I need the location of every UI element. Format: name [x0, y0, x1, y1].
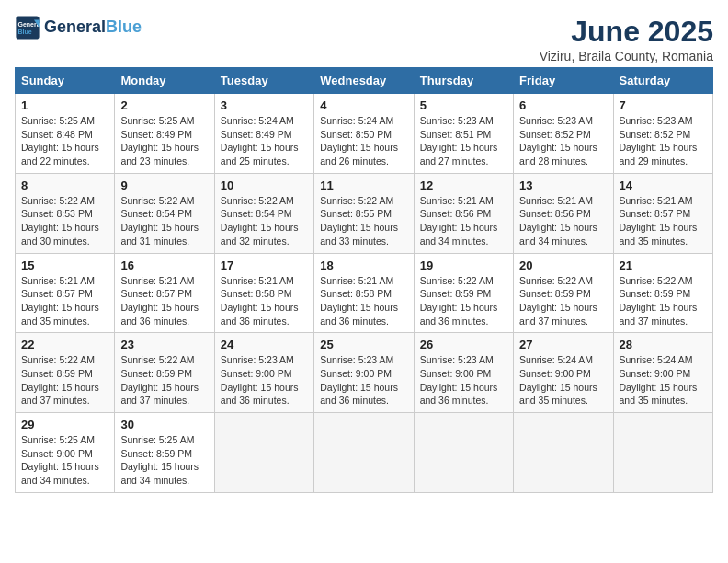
calendar-day-cell: 27Sunrise: 5:24 AM Sunset: 9:00 PM Dayli… [514, 333, 613, 413]
day-number: 11 [320, 178, 407, 192]
day-info: Sunrise: 5:22 AM Sunset: 8:53 PM Dayligh… [21, 194, 108, 248]
day-number: 13 [519, 178, 607, 192]
day-info: Sunrise: 5:23 AM Sunset: 9:00 PM Dayligh… [420, 353, 507, 408]
calendar-day-cell: 13Sunrise: 5:21 AM Sunset: 8:56 PM Dayli… [514, 173, 613, 253]
calendar-day-cell: 7Sunrise: 5:23 AM Sunset: 8:52 PM Daylig… [613, 94, 712, 174]
day-info: Sunrise: 5:21 AM Sunset: 8:57 PM Dayligh… [120, 274, 208, 328]
svg-text:Blue: Blue [18, 29, 32, 35]
calendar-day-cell: 12Sunrise: 5:21 AM Sunset: 8:56 PM Dayli… [414, 173, 513, 253]
calendar-day-cell: 15Sunrise: 5:21 AM Sunset: 8:57 PM Dayli… [16, 253, 115, 333]
empty-cell [414, 413, 513, 493]
day-info: Sunrise: 5:23 AM Sunset: 9:00 PM Dayligh… [221, 353, 308, 408]
title-area: June 2025 Viziru, Braila County, Romania [540, 15, 713, 63]
location-subtitle: Viziru, Braila County, Romania [540, 49, 713, 63]
day-number: 9 [120, 178, 208, 192]
day-info: Sunrise: 5:22 AM Sunset: 8:54 PM Dayligh… [120, 194, 208, 248]
day-info: Sunrise: 5:24 AM Sunset: 8:49 PM Dayligh… [221, 114, 308, 168]
day-info: Sunrise: 5:23 AM Sunset: 9:00 PM Dayligh… [320, 353, 407, 408]
calendar-week-row: 15Sunrise: 5:21 AM Sunset: 8:57 PM Dayli… [16, 253, 713, 333]
logo-area: General Blue GeneralBlue [15, 15, 142, 40]
day-number: 30 [120, 418, 208, 431]
weekday-header-wednesday: Wednesday [314, 68, 414, 94]
calendar-day-cell: 6Sunrise: 5:23 AM Sunset: 8:52 PM Daylig… [514, 94, 613, 174]
page-header: General Blue GeneralBlue June 2025 Vizir… [15, 15, 713, 63]
calendar-day-cell: 2Sunrise: 5:25 AM Sunset: 8:49 PM Daylig… [115, 94, 214, 174]
calendar-day-cell: 30Sunrise: 5:25 AM Sunset: 8:59 PM Dayli… [115, 413, 214, 493]
day-number: 25 [320, 338, 407, 351]
calendar-day-cell: 23Sunrise: 5:22 AM Sunset: 8:59 PM Dayli… [115, 333, 214, 413]
svg-rect-0 [16, 16, 39, 39]
day-info: Sunrise: 5:21 AM Sunset: 8:56 PM Dayligh… [420, 194, 507, 248]
day-number: 10 [221, 178, 308, 192]
empty-cell [613, 413, 712, 493]
day-number: 26 [420, 338, 507, 351]
day-number: 18 [320, 259, 407, 272]
day-number: 19 [420, 259, 507, 272]
day-info: Sunrise: 5:23 AM Sunset: 8:52 PM Dayligh… [620, 114, 707, 168]
day-number: 7 [620, 98, 707, 112]
day-info: Sunrise: 5:24 AM Sunset: 9:00 PM Dayligh… [620, 353, 707, 408]
day-number: 17 [221, 259, 308, 272]
calendar-day-cell: 4Sunrise: 5:24 AM Sunset: 8:50 PM Daylig… [314, 94, 414, 174]
day-info: Sunrise: 5:25 AM Sunset: 9:00 PM Dayligh… [21, 433, 108, 488]
day-number: 15 [21, 259, 108, 272]
day-number: 1 [21, 98, 108, 112]
day-info: Sunrise: 5:24 AM Sunset: 8:50 PM Dayligh… [320, 114, 407, 168]
empty-cell [214, 413, 313, 493]
calendar-table: SundayMondayTuesdayWednesdayThursdayFrid… [15, 67, 713, 493]
day-info: Sunrise: 5:22 AM Sunset: 8:59 PM Dayligh… [120, 353, 208, 408]
day-info: Sunrise: 5:24 AM Sunset: 9:00 PM Dayligh… [519, 353, 607, 408]
calendar-day-cell: 16Sunrise: 5:21 AM Sunset: 8:57 PM Dayli… [115, 253, 214, 333]
day-info: Sunrise: 5:21 AM Sunset: 8:57 PM Dayligh… [21, 274, 108, 328]
day-number: 5 [420, 98, 507, 112]
day-number: 3 [221, 98, 308, 112]
day-info: Sunrise: 5:21 AM Sunset: 8:57 PM Dayligh… [620, 194, 707, 248]
day-info: Sunrise: 5:21 AM Sunset: 8:58 PM Dayligh… [320, 274, 407, 328]
day-info: Sunrise: 5:23 AM Sunset: 8:51 PM Dayligh… [420, 114, 507, 168]
day-info: Sunrise: 5:21 AM Sunset: 8:58 PM Dayligh… [221, 274, 308, 328]
calendar-week-row: 29Sunrise: 5:25 AM Sunset: 9:00 PM Dayli… [16, 413, 713, 493]
day-number: 4 [320, 98, 407, 112]
day-info: Sunrise: 5:22 AM Sunset: 8:55 PM Dayligh… [320, 194, 407, 248]
day-info: Sunrise: 5:23 AM Sunset: 8:52 PM Dayligh… [519, 114, 607, 168]
calendar-week-row: 1Sunrise: 5:25 AM Sunset: 8:48 PM Daylig… [16, 94, 713, 174]
calendar-day-cell: 21Sunrise: 5:22 AM Sunset: 8:59 PM Dayli… [613, 253, 712, 333]
day-info: Sunrise: 5:21 AM Sunset: 8:56 PM Dayligh… [519, 194, 607, 248]
day-info: Sunrise: 5:22 AM Sunset: 8:59 PM Dayligh… [620, 274, 707, 328]
day-number: 20 [519, 259, 607, 272]
calendar-day-cell: 1Sunrise: 5:25 AM Sunset: 8:48 PM Daylig… [16, 94, 115, 174]
calendar-day-cell: 11Sunrise: 5:22 AM Sunset: 8:55 PM Dayli… [314, 173, 414, 253]
day-number: 14 [620, 178, 707, 192]
day-info: Sunrise: 5:22 AM Sunset: 8:59 PM Dayligh… [21, 353, 108, 408]
day-number: 21 [620, 259, 707, 272]
day-info: Sunrise: 5:22 AM Sunset: 8:59 PM Dayligh… [420, 274, 507, 328]
day-number: 12 [420, 178, 507, 192]
calendar-day-cell: 20Sunrise: 5:22 AM Sunset: 8:59 PM Dayli… [514, 253, 613, 333]
day-number: 28 [620, 338, 707, 351]
day-info: Sunrise: 5:25 AM Sunset: 8:49 PM Dayligh… [120, 114, 208, 168]
calendar-day-cell: 9Sunrise: 5:22 AM Sunset: 8:54 PM Daylig… [115, 173, 214, 253]
calendar-day-cell: 5Sunrise: 5:23 AM Sunset: 8:51 PM Daylig… [414, 94, 513, 174]
calendar-week-row: 22Sunrise: 5:22 AM Sunset: 8:59 PM Dayli… [16, 333, 713, 413]
calendar-week-row: 8Sunrise: 5:22 AM Sunset: 8:53 PM Daylig… [16, 173, 713, 253]
day-number: 2 [120, 98, 208, 112]
day-info: Sunrise: 5:25 AM Sunset: 8:48 PM Dayligh… [21, 114, 108, 168]
calendar-day-cell: 14Sunrise: 5:21 AM Sunset: 8:57 PM Dayli… [613, 173, 712, 253]
weekday-header-sunday: Sunday [16, 68, 115, 94]
weekday-header-friday: Friday [514, 68, 613, 94]
weekday-header-saturday: Saturday [613, 68, 712, 94]
calendar-day-cell: 22Sunrise: 5:22 AM Sunset: 8:59 PM Dayli… [16, 333, 115, 413]
calendar-day-cell: 8Sunrise: 5:22 AM Sunset: 8:53 PM Daylig… [16, 173, 115, 253]
calendar-day-cell: 18Sunrise: 5:21 AM Sunset: 8:58 PM Dayli… [314, 253, 414, 333]
calendar-day-cell: 17Sunrise: 5:21 AM Sunset: 8:58 PM Dayli… [214, 253, 313, 333]
calendar-day-cell: 19Sunrise: 5:22 AM Sunset: 8:59 PM Dayli… [414, 253, 513, 333]
empty-cell [514, 413, 613, 493]
day-number: 16 [120, 259, 208, 272]
calendar-day-cell: 3Sunrise: 5:24 AM Sunset: 8:49 PM Daylig… [214, 94, 313, 174]
calendar-day-cell: 26Sunrise: 5:23 AM Sunset: 9:00 PM Dayli… [414, 333, 513, 413]
logo-icon: General Blue [15, 15, 40, 40]
day-number: 22 [21, 338, 108, 351]
day-number: 6 [519, 98, 607, 112]
day-number: 23 [120, 338, 208, 351]
calendar-day-cell: 24Sunrise: 5:23 AM Sunset: 9:00 PM Dayli… [214, 333, 313, 413]
